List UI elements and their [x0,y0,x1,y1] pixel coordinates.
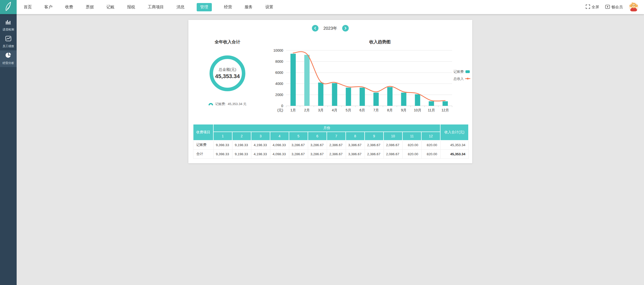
x-axis-category-label: 3月 [318,108,324,112]
cell-month-9: 2,386.67 [365,149,384,159]
sidebar-item-label: 进度检测 [3,27,14,31]
member-label: 畅会员 [611,5,623,10]
cell-month-12: 820.00 [421,149,440,159]
user-avatar[interactable] [629,2,638,12]
nav-item-fees[interactable]: 收费 [65,3,74,11]
nav-item-services[interactable]: 服务 [244,3,253,11]
app-logo[interactable] [0,0,17,14]
cell-month-4: 4,098.33 [270,140,289,149]
legend-bar-marker[interactable] [465,70,470,73]
line-chart-icon [5,36,11,42]
x-axis-category-label: 4月 [332,108,337,112]
cell-month-12: 820.00 [421,140,440,149]
analysis-card: 2023年 全年收入合计 总金额(元) 45,353.34 记账费: 45,35… [188,20,472,163]
cell-month-1: 9,398.33 [213,140,232,149]
nav-item-business-projects[interactable]: 工商项目 [147,3,164,11]
nav-item-tax-filing[interactable]: 报税 [127,3,136,11]
nav-item-home[interactable]: 首页 [23,3,32,11]
y-axis-tick-label: 2000 [275,93,283,97]
member-button[interactable]: 畅会员 [605,5,623,10]
top-navbar: 首页客户收费票据记账报税工商项目消息管理经营服务设置 全屏 畅会员 [0,0,644,14]
cell-month-11: 820.00 [402,140,421,149]
month-col-header-5: 5 [289,132,308,140]
chart-legend-label-bookkeeping-fee[interactable]: 记账费 [453,70,464,74]
sidebar-item-label: 员工绩效 [3,44,14,48]
total-amount-donut: 总金额(元) 45,353.34 [210,55,245,91]
donut-value: 45,353.34 [215,73,240,80]
nav-item-customers[interactable]: 客户 [44,3,53,11]
cell-month-10: 2,086.67 [384,149,402,159]
table-row-bookkeeping-fee: 记账费9,398.339,198.334,198.334,098.333,286… [193,140,469,149]
legend-line-dot[interactable] [467,78,469,80]
x-axis-category-label: 5月 [346,108,351,112]
sidebar-item-business-analysis[interactable]: 经营分析 [0,50,17,67]
y-axis-tick-label: 6000 [275,71,283,75]
nav-item-messages[interactable]: 消息 [176,3,185,11]
bar-7月 [373,92,379,106]
pie-chart-icon [5,52,11,59]
col-group-header-month: 月份 [213,124,440,132]
col-header-fee-item: 收费项目 [193,124,213,140]
x-axis-category-label: 1月 [290,108,296,112]
nav-item-management[interactable]: 管理 [197,3,212,11]
y-axis-tick-label: 4000 [275,82,283,86]
nav-item-invoices[interactable]: 票据 [85,3,94,11]
left-sidebar: 进度检测员工绩效经营分析 [0,14,17,285]
cell-month-1: 9,398.33 [213,149,232,159]
sidebar-item-employee-performance[interactable]: 员工绩效 [0,34,17,50]
cell-month-3: 4,198.33 [251,140,270,149]
nav-item-settings[interactable]: 设置 [265,3,274,11]
prev-year-button[interactable] [312,25,318,31]
annual-summary-panel: 全年收入合计 总金额(元) 45,353.34 记账费: 45,353.34 元 [188,39,267,117]
y-axis-unit-label: (元) [277,108,283,112]
bar-5月 [346,88,351,106]
x-axis-category-label: 2月 [304,108,310,112]
bar-10月 [415,94,420,106]
bar-11月 [429,101,434,106]
cell-month-4: 4,098.33 [270,149,289,159]
month-col-header-10: 10 [384,132,402,140]
cell-month-7: 2,386.67 [327,140,346,149]
y-axis-tick-label: 8000 [275,59,283,64]
row-label: 合计 [193,149,213,159]
year-label: 2023年 [324,25,337,31]
x-axis-category-label: 12月 [442,108,449,112]
sidebar-item-progress-monitor[interactable]: 进度检测 [0,17,17,34]
summary-legend-label: 记账费: [215,102,226,106]
cell-month-8: 3,386.67 [346,149,365,159]
monthly-income-table-wrap: 收费项目 月份 收入合计(元) 123456789101112 记账费9,398… [193,124,469,159]
cell-month-2: 9,198.33 [232,149,251,159]
nav-item-bookkeeping[interactable]: 记账 [106,3,115,11]
cell-month-6: 3,286.67 [308,149,327,159]
fullscreen-button[interactable]: 全屏 [586,5,599,10]
chart-legend-label-total-income[interactable]: 总收入 [453,77,464,81]
bar-3月 [318,83,324,106]
play-video-icon [605,5,610,10]
income-trend-chart: 0200040006000800010000(元)1月2月3月4月5月6月7月8… [267,46,472,116]
bar-chart-icon [5,19,11,26]
bar-1月 [290,54,296,106]
trend-chart-title: 收入趋势图 [293,39,467,45]
table-row-total: 合计9,398.339,198.334,198.334,098.333,286.… [193,149,469,159]
bar-4月 [332,83,337,106]
month-col-header-4: 4 [270,132,289,140]
main-menu: 首页客户收费票据记账报税工商项目消息管理经营服务设置 [23,3,274,11]
fullscreen-label: 全屏 [592,5,599,10]
cell-month-5: 3,286.67 [289,140,308,149]
month-col-header-9: 9 [365,132,384,140]
bar-8月 [387,87,393,106]
bar-2月 [304,55,310,106]
fullscreen-icon [586,5,590,10]
x-axis-category-label: 9月 [401,108,406,112]
x-axis-category-label: 7月 [373,108,379,112]
nav-item-operations[interactable]: 经营 [223,3,232,11]
trend-chart-panel: 收入趋势图 0200040006000800010000(元)1月2月3月4月5… [267,39,472,117]
cell-income-total: 45,353.34 [440,140,469,149]
monthly-income-table: 收费项目 月份 收入合计(元) 123456789101112 记账费9,398… [193,124,469,159]
cell-income-total: 45,353.34 [440,149,469,159]
feather-logo-icon [4,2,13,13]
next-year-button[interactable] [342,25,349,31]
x-axis-category-label: 6月 [360,108,365,112]
total-income-line [293,52,445,101]
navbar-right: 全屏 畅会员 [586,2,644,12]
